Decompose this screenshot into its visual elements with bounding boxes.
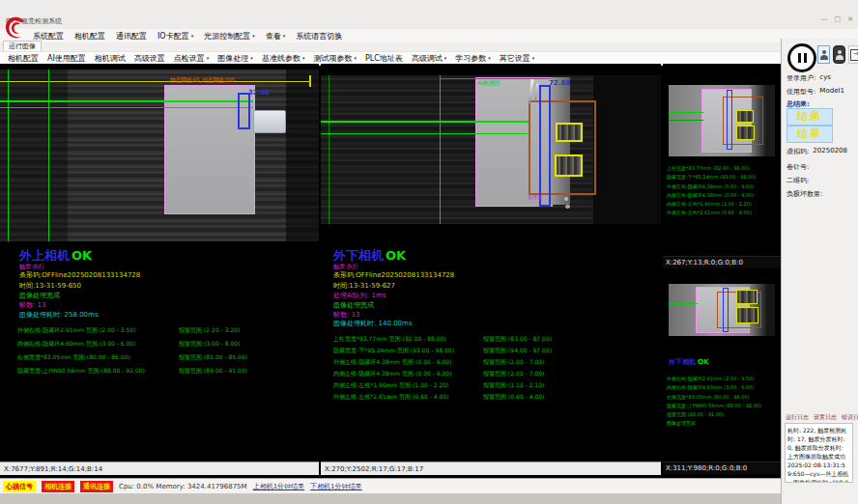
process-time-text: 图像处理耗时: 140.00ms — [333, 319, 413, 328]
tool-learning-params[interactable]: 学习参数▾ — [455, 53, 491, 64]
qr-code-row: 二维码: — [786, 176, 809, 185]
user-login-button[interactable] — [817, 45, 830, 64]
virtual-code-row: 虚拟码:20250208 — [786, 147, 847, 156]
camera-view-lower[interactable]: AI检测区 72.88 基准线 外下相机OK 触发:执行 条形码:OFFline… — [321, 64, 661, 475]
overlay-measure-rect — [539, 85, 551, 207]
measurement-row: 右侧宽度*83.05mm 范围:(80.00 - 86.00)报警范围:(81.… — [17, 353, 247, 362]
tool-spotcheck-settings[interactable]: 点检设置▾ — [174, 53, 210, 64]
status-ok: OK — [72, 248, 92, 263]
logout-button[interactable] — [848, 45, 858, 64]
model-row: 使用型号:Model1 — [786, 87, 844, 97]
tool-ai-usage-config[interactable]: AI使用配置 — [47, 53, 86, 64]
chevron-down-icon: ▾ — [444, 55, 447, 61]
overlay-green-hline — [0, 100, 253, 102]
chevron-down-icon: ▾ — [252, 33, 255, 39]
tool-camera-debug[interactable]: 相机调试 — [95, 53, 126, 64]
overlay-feature-rect — [555, 154, 583, 177]
log-tab-settings[interactable]: 设置日志 — [814, 413, 837, 422]
chevron-down-icon: ▾ — [191, 33, 194, 39]
overlay-measure-rect — [238, 93, 250, 129]
menu-language-switch[interactable]: 系统语言切换 — [296, 31, 342, 42]
ai-region-label: AI检测区 — [477, 79, 500, 88]
overlay-yellow-line — [0, 81, 311, 82]
thumbnail-camera-title: 外下相机OK — [669, 357, 708, 367]
title-bar: CYS-视觉检测系统 — □ ✕ — [0, 0, 858, 30]
menu-camera-config[interactable]: 相机配置 — [74, 31, 105, 42]
tool-test-item-params[interactable]: 测试项参数▾ — [313, 53, 357, 64]
tool-plc-address-table[interactable]: PLC地址表 — [365, 53, 403, 64]
run-log-text: 耗时: 222, 触发检测耗时: 17, 触发分发耗时: 0, 触发抓取分发耗时… — [785, 423, 853, 483]
chevron-down-icon: ▾ — [532, 55, 535, 61]
pin-number-row: 卷针号: — [786, 162, 809, 172]
threshold-overlay-text: 静态阈值:93, 动态阈值:100 — [170, 76, 234, 85]
time-text: 时间:13-31-59-650 — [19, 281, 81, 291]
chevron-down-icon: ▾ — [354, 55, 357, 61]
measurement-row: 外侧左线-左线*2.61mm 范围:(0.60 - 4.00)报警范围:(0.6… — [333, 393, 544, 402]
tool-other-settings[interactable]: 其它设置▾ — [500, 53, 535, 64]
measurement-row: 外侧右线-隐藏环2.91mm 范围:(2.00 - 3.50)报警范围:(2.2… — [17, 326, 240, 335]
tool-advanced-settings[interactable]: 高级设置 — [134, 53, 165, 64]
exit-door-icon — [850, 49, 858, 61]
chevron-down-icon: ▾ — [488, 55, 491, 61]
frame-count-text: 帧数: 13 — [19, 300, 46, 310]
log-tab-run[interactable]: 运行日志 — [786, 413, 809, 422]
measurement-row: 外侧左线-隐藏环4.38mm 范围:(0.00 - 9.00)报警范围:(2.0… — [333, 358, 544, 367]
tool-advanced-debug[interactable]: 高级调试▾ — [412, 53, 447, 64]
pixel-coordinate-readout: X:267;Y:13;R:0;G:0;B:0 — [663, 256, 781, 268]
menu-comm-config[interactable]: 通讯配置 — [116, 31, 147, 42]
measurement-row: 内侧左线-隐藏环4.38mm 范围:(0.00 - 9.00)报警范围:(2.0… — [333, 370, 544, 378]
minimize-button[interactable]: — — [821, 15, 828, 23]
thumbnail-image — [669, 85, 775, 156]
overlay-green-vline — [8, 70, 9, 241]
barcode-text: 条形码:OFFline20250208133134728 — [333, 270, 454, 280]
tool-camera-config[interactable]: 相机配置 — [8, 53, 39, 64]
user-manage-button[interactable] — [833, 45, 845, 64]
thumbnail-result-lines: 外侧右线-隐藏环2.91mm (2.00 - 3.50) 内侧右线-隐藏环4.6… — [667, 375, 779, 429]
overlay-green-hline — [321, 121, 529, 123]
overlay-green-vline — [48, 70, 49, 241]
measurement-row: 隐藏宽度-上PIN90.56mm 范围:(88.00 - 92.00)报警范围:… — [17, 367, 247, 376]
model-value: Model1 — [819, 87, 844, 97]
tab-run-image[interactable]: 运行图像 — [3, 41, 42, 51]
overlay-green-vline — [440, 75, 441, 224]
negative-ring-count-row: 负极环数量: — [786, 189, 822, 199]
baseline-label: 基准线 — [528, 194, 542, 200]
cpu-memory-readout: Cpu: 0.0% Memory: 3424.41796875M — [119, 483, 247, 490]
measure-value-text: 72.88 — [549, 79, 570, 87]
pause-icon — [804, 53, 807, 63]
pause-icon — [798, 53, 801, 63]
tab-strip — [0, 42, 781, 51]
app-window: CYS-视觉检测系统 — □ ✕ 系统配置 相机配置 通讯配置 IO卡配置▾ 光… — [0, 0, 858, 504]
status-bar: 心跳信号 相机连接 通讯连接 Cpu: 0.0% Memory: 3424.41… — [0, 478, 781, 493]
overlay-green-hline — [0, 107, 253, 108]
ai-queue-text: 处理AI队列: 1ms — [333, 291, 386, 300]
pause-button[interactable] — [787, 43, 816, 72]
menu-view[interactable]: 查看▾ — [266, 31, 286, 42]
connector-part — [253, 110, 286, 133]
chevron-down-icon: ▾ — [207, 55, 210, 61]
camera-view-upper[interactable]: 静态阈值:93, 动态阈值:100 32.08 外上相机OK 触发:执行 条形码… — [0, 64, 319, 475]
result-box-top: 结果 — [786, 108, 833, 126]
tool-baseline-params[interactable]: 基准线参数▾ — [262, 53, 305, 64]
thumbnail-view-top[interactable]: 上柱宽度*83.77mm (82.00 - 88.00) 隐藏宽度-下*95.2… — [663, 64, 781, 268]
thumbnail-view-bottom[interactable]: 外下相机OK 外侧右线-隐藏环2.91mm (2.00 - 3.50) 内侧右线… — [663, 270, 781, 475]
process-done-text: 图像处理完成 — [333, 300, 374, 310]
close-button[interactable]: ✕ — [847, 15, 853, 23]
overlay-feature-rect — [556, 123, 583, 142]
menu-light-control-config[interactable]: 光源控制配置▾ — [204, 31, 255, 42]
tool-image-processing[interactable]: 图像处理▾ — [217, 53, 253, 64]
thumbnail-image — [669, 284, 775, 336]
upper-camera-result-link[interactable]: 上相机1分钟结果 — [253, 482, 304, 491]
pixel-coordinate-readout: X:7677;Y:891;R:14;G:14;B:14 — [0, 462, 319, 475]
log-tab-error[interactable]: 错误日志 — [842, 413, 858, 422]
maximize-button[interactable]: □ — [835, 15, 842, 23]
login-user-row: 登录用户:cys — [786, 73, 831, 83]
menu-io-card-config[interactable]: IO卡配置▾ — [157, 31, 193, 42]
barcode-text: 条形码:OFFline20250208133134728 — [19, 270, 140, 280]
comm-connection-badge: 通讯连接 — [80, 481, 113, 492]
chevron-down-icon: ▾ — [302, 55, 305, 61]
pixel-coordinate-readout: X:270;Y:2502;R:17;G:17;B:17 — [321, 462, 661, 475]
measurement-row: 内侧右线-隐藏环4.60mm 范围:(3.00 - 6.00)报警范围:(3.0… — [17, 340, 240, 349]
lower-camera-result-link[interactable]: 下相机1分钟结果 — [310, 482, 361, 491]
pixel-coordinate-readout: X:311;Y:980;R:0;G:0;B:0 — [663, 462, 781, 474]
